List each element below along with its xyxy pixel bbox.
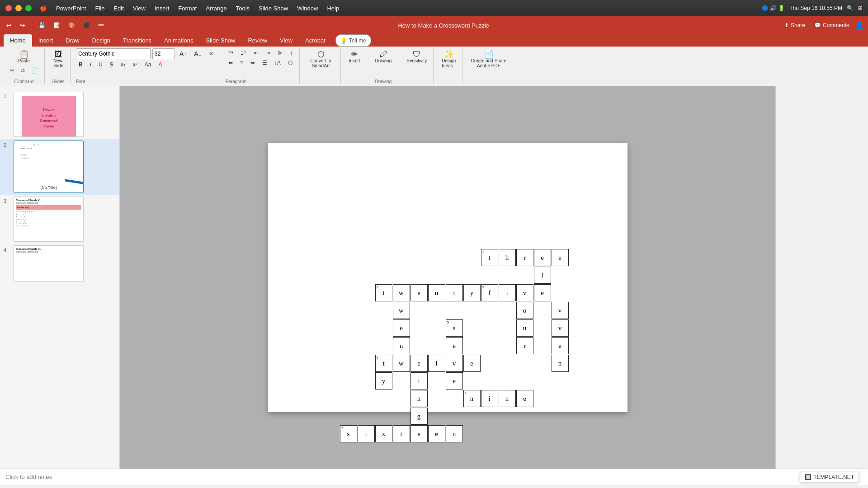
design-ideas-button[interactable]: ✨ DesignIdeas: [439, 48, 458, 70]
slide-thumb-2[interactable]: t h r e e t w e n t y f i v e t w e l v …: [14, 141, 84, 193]
menu-view[interactable]: View: [129, 4, 149, 13]
underline-button[interactable]: U: [96, 60, 105, 69]
font-label: Font: [76, 79, 85, 84]
tab-home[interactable]: Home: [4, 34, 32, 47]
align-right[interactable]: ➡: [248, 58, 258, 67]
cell-e-col3: e: [393, 319, 410, 337]
cut-button[interactable]: ✂: [7, 66, 17, 75]
drawing-button[interactable]: 🖊 Drawing: [373, 48, 395, 65]
columns-button[interactable]: ⫸: [275, 48, 286, 57]
menu-window[interactable]: Window: [293, 4, 321, 13]
menu-powerpoint[interactable]: PowerPoint: [52, 4, 90, 13]
redo-button[interactable]: ↪: [17, 20, 28, 30]
menu-format[interactable]: Format: [175, 4, 200, 13]
cell-nine-n2: 6n: [463, 390, 481, 407]
cell-five-v: v: [516, 284, 533, 301]
more-tools[interactable]: •••: [95, 21, 107, 30]
italic-button[interactable]: I: [87, 60, 94, 69]
sensitivity-button[interactable]: 🛡 Sensitivity: [404, 48, 429, 65]
align-left[interactable]: ⬅: [226, 58, 236, 67]
spellcheck-button[interactable]: 📝: [51, 21, 63, 30]
slide-thumb-4[interactable]: Crossword Puzzle #1 Same and Differences: [14, 245, 84, 282]
align-center[interactable]: ≡: [237, 58, 246, 67]
tab-draw[interactable]: Draw: [59, 34, 85, 47]
text-case-button[interactable]: Aa: [142, 60, 154, 69]
convert-smartart-button[interactable]: ⬡ Convert toSmartArt: [305, 48, 337, 70]
new-slide-button[interactable]: 🖼 NewSlide: [50, 48, 66, 70]
paste-button[interactable]: 📋 Paste: [15, 48, 33, 65]
tab-review[interactable]: Review: [241, 34, 274, 47]
close-button[interactable]: [5, 5, 12, 11]
save-button[interactable]: 💾: [36, 21, 48, 30]
justify[interactable]: ☰: [259, 58, 270, 67]
line-spacing[interactable]: ↕: [288, 48, 296, 57]
tab-acrobat[interactable]: Acrobat: [299, 34, 332, 47]
search-icon[interactable]: 🔍: [847, 5, 854, 11]
cell-five-f: 3f: [481, 284, 498, 301]
tab-slideshow[interactable]: Slide Show: [199, 34, 241, 47]
strikethrough-button[interactable]: S: [107, 60, 116, 69]
adobe-icon: 📄: [484, 50, 494, 58]
tab-transitions[interactable]: Transitions: [117, 34, 158, 47]
clear-format[interactable]: ✕: [206, 49, 216, 58]
slide-item-1[interactable]: 1 How toCreate aCrosswordPuzzle: [0, 90, 119, 139]
tab-view[interactable]: View: [274, 34, 299, 47]
increase-indent[interactable]: ⇥: [263, 48, 273, 57]
minimize-button[interactable]: [15, 5, 22, 11]
control-center-icon[interactable]: ⊞: [858, 5, 863, 11]
slide-item-2[interactable]: 2 t h r e e t w e n t y f i v e t w e l …: [0, 139, 119, 195]
slide-item-3[interactable]: 3 Crossword Puzzle #1 Same and Differenc…: [0, 195, 119, 244]
numbering-button[interactable]: 1≡: [238, 48, 250, 57]
cell-three-2: h: [499, 249, 516, 266]
menu-arrange[interactable]: Arrange: [202, 4, 230, 13]
notes-bar[interactable]: Click to add notes: [0, 469, 868, 485]
fullscreen-button[interactable]: [25, 5, 32, 11]
copy-button[interactable]: ⧉: [18, 66, 28, 75]
menu-tools[interactable]: Tools: [232, 4, 253, 13]
superscript-button[interactable]: x²: [130, 60, 140, 69]
slide-3-content: Crossword Puzzle #1 Same and Differences…: [14, 197, 83, 242]
font-size-input[interactable]: [152, 48, 175, 59]
account-icon[interactable]: 👤: [854, 20, 864, 30]
font-color-button[interactable]: A: [156, 60, 165, 69]
menu-slideshow[interactable]: Slide Show: [255, 4, 292, 13]
slide-item-4[interactable]: 4 Crossword Puzzle #1 Same and Differenc…: [0, 244, 119, 283]
font-size-up[interactable]: A↑: [177, 49, 189, 59]
menu-insert[interactable]: Insert: [151, 4, 173, 13]
paste-special-button[interactable]: 📄: [28, 66, 41, 75]
theme-button[interactable]: 🎨: [66, 21, 78, 30]
tab-design[interactable]: Design: [86, 34, 117, 47]
cell-seven-e2: e: [552, 337, 569, 354]
cell-nine-e2: e: [516, 390, 533, 407]
decrease-indent[interactable]: ⇤: [251, 48, 261, 57]
text-direction[interactable]: ↕A: [272, 58, 283, 67]
smartart-label: Convert toSmartArt: [311, 58, 331, 68]
cell-four-u: u: [516, 319, 533, 337]
cell-eleven-l: l: [534, 267, 551, 284]
share-button[interactable]: ⬆ Share: [781, 20, 809, 30]
menu-edit[interactable]: Edit: [110, 4, 127, 13]
adobe-pdf-button[interactable]: 📄 Create and ShareAdobe PDF: [468, 48, 509, 70]
comments-button[interactable]: 💬 Comments: [811, 20, 853, 30]
font-size-down[interactable]: A↓: [191, 49, 204, 59]
insert-button[interactable]: ✏ Insert: [346, 48, 363, 65]
tell-me-box[interactable]: 💡 Tell me: [335, 34, 371, 47]
cell-three-4: e: [534, 249, 551, 266]
undo-button[interactable]: ↩: [4, 20, 14, 30]
bold-button[interactable]: B: [76, 60, 85, 69]
menu-file[interactable]: File: [91, 4, 108, 13]
slide-thumb-1[interactable]: How toCreate aCrosswordPuzzle: [14, 92, 84, 137]
tab-insert[interactable]: Insert: [32, 34, 60, 47]
subscript-button[interactable]: x₂: [118, 60, 128, 69]
tab-animations[interactable]: Animations: [158, 34, 199, 47]
menu-apple[interactable]: 🍎: [36, 4, 51, 13]
bullets-button[interactable]: ≡•: [226, 48, 236, 57]
menu-help[interactable]: Help: [323, 4, 343, 13]
shape-button[interactable]: ⬛: [80, 21, 93, 30]
smart-art-convert[interactable]: ⬡: [285, 58, 295, 67]
slide-thumb-3[interactable]: Crossword Puzzle #1 Same and Differences…: [14, 197, 84, 242]
font-name-input[interactable]: [76, 48, 151, 59]
new-slide-label: NewSlide: [53, 58, 63, 68]
ribbon-toolbar: ↩ ↪ 💾 📝 🎨 ⬛ ••• How to Make a Crosssword…: [0, 16, 868, 34]
slide-canvas[interactable]: .gc { position:absolute; width:38px; hei…: [268, 143, 627, 412]
